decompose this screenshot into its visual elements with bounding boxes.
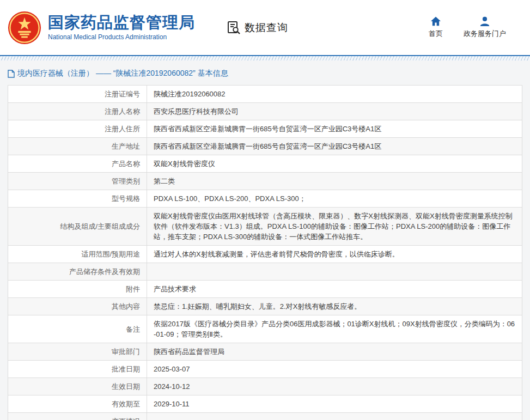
row-value <box>147 413 522 420</box>
document-icon <box>8 70 15 78</box>
content: 境内医疗器械（注册） —— “陕械注准20192060082” 基本信息 注册证… <box>0 60 530 420</box>
table-row: 批准日期2025-03-07 <box>8 361 522 378</box>
row-value: 2025-03-07 <box>147 361 522 378</box>
org-name-en: National Medical Products Administration <box>48 34 195 41</box>
table-row: 备注依据2017版《医疗器械分类目录》产品分类06医用成影器械；01诊断X射线机… <box>8 315 522 343</box>
row-value: 西安乐思医疗科技有限公司 <box>147 103 522 120</box>
table-row: 变更情况 <box>8 413 522 420</box>
logo-group: 国家药品监督管理局 National Medical Products Admi… <box>8 11 195 45</box>
row-label: 适用范围/预期用途 <box>8 246 147 263</box>
table-row: 注册证编号陕械注准20192060082 <box>8 86 522 103</box>
org-name-cn: 国家药品监督管理局 <box>48 14 195 32</box>
page: 国家药品监督管理局 National Medical Products Admi… <box>0 0 530 420</box>
info-table-body: 注册证编号陕械注准20192060082注册人名称西安乐思医疗科技有限公司注册人… <box>8 86 522 420</box>
row-label: 管理类别 <box>8 173 147 190</box>
header: 国家药品监督管理局 National Medical Products Admi… <box>0 0 530 55</box>
breadcrumb: 境内医疗器械（注册） —— “陕械注准20192060082” 基本信息 <box>8 60 522 85</box>
row-value: 2024-10-12 <box>147 378 522 395</box>
row-value: 通过对人体的X射线衰减测量，评估患者前臂尺桡骨的骨密度，以供临床诊断。 <box>147 246 522 263</box>
row-value: 陕西省药品监督管理局 <box>147 343 522 361</box>
row-value: 陕西省西咸新区空港新城腾霄一街685号自贸蓝湾一区产业园C3号楼A1区 <box>147 120 522 138</box>
row-value: 第二类 <box>147 173 522 190</box>
nav-item-label: 首页 <box>429 29 443 39</box>
row-label: 生效日期 <box>8 378 147 395</box>
table-row: 生效日期2024-10-12 <box>8 378 522 395</box>
row-label: 生产地址 <box>8 138 147 155</box>
row-label: 型号规格 <box>8 190 147 208</box>
home-icon <box>430 16 441 26</box>
row-label: 注册人住所 <box>8 120 147 138</box>
table-row: 管理类别第二类 <box>8 173 522 190</box>
nav-item-home[interactable]: 首页 <box>429 16 443 39</box>
row-value: 双能X射线骨密度仪由医用X射线球管（含高压模块、限束器）、数字X射线探测器、双能… <box>147 208 522 246</box>
row-label: 附件 <box>8 281 147 298</box>
row-value: PDXA LS-100、PDXA LS-200、PDXA LS-300； <box>147 190 522 208</box>
row-value <box>147 263 522 281</box>
row-label: 注册人名称 <box>8 103 147 120</box>
table-row: 结构及组成/主要组成成分双能X射线骨密度仪由医用X射线球管（含高压模块、限束器）… <box>8 208 522 246</box>
row-value: 禁忌症：1.妊娠期、哺乳期妇女、儿童。2.对X射线有敏感反应者。 <box>147 298 522 315</box>
row-label: 批准日期 <box>8 361 147 378</box>
national-emblem-icon <box>8 11 41 45</box>
table-row: 型号规格PDXA LS-100、PDXA LS-200、PDXA LS-300； <box>8 190 522 208</box>
nav-item-portal[interactable]: 政务服务门户 <box>464 16 506 39</box>
table-row: 产品名称双能X射线骨密度仪 <box>8 155 522 173</box>
row-value: 产品技术要求 <box>147 281 522 298</box>
table-row: 注册人住所陕西省西咸新区空港新城腾霄一街685号自贸蓝湾一区产业园C3号楼A1区 <box>8 120 522 138</box>
row-label: 有效期至 <box>8 395 147 413</box>
table-row: 生产地址陕西省西咸新区空港新城腾霄一街685号自贸蓝湾一区产业园C3号楼A1区 <box>8 138 522 155</box>
row-label: 注册证编号 <box>8 86 147 103</box>
table-row: 附件产品技术要求 <box>8 281 522 298</box>
row-label: 其他内容 <box>8 298 147 315</box>
org-names: 国家药品监督管理局 National Medical Products Admi… <box>48 14 195 41</box>
row-label: 变更情况 <box>8 413 147 420</box>
header-divider-band <box>0 55 530 60</box>
table-row: 产品储存条件及有效期 <box>8 263 522 281</box>
data-query-label: 数据查询 <box>245 21 288 35</box>
data-query-link[interactable]: 数据查询 <box>227 21 288 35</box>
user-icon <box>479 16 490 26</box>
row-label: 备注 <box>8 315 147 343</box>
header-nav: 首页 政务服务门户 <box>429 16 506 39</box>
row-label: 结构及组成/主要组成成分 <box>8 208 147 246</box>
row-value: 陕西省西咸新区空港新城腾霄一街685号自贸蓝湾一区产业园C3号楼A1区 <box>147 138 522 155</box>
row-value: 陕械注准20192060082 <box>147 86 522 103</box>
table-row: 有效期至2029-10-11 <box>8 395 522 413</box>
row-value: 依据2017版《医疗器械分类目录》产品分类06医用成影器械；01诊断X射线机；0… <box>147 315 522 343</box>
row-label: 产品名称 <box>8 155 147 173</box>
table-row: 适用范围/预期用途通过对人体的X射线衰减测量，评估患者前臂尺桡骨的骨密度，以供临… <box>8 246 522 263</box>
table-row: 其他内容禁忌症：1.妊娠期、哺乳期妇女、儿童。2.对X射线有敏感反应者。 <box>8 298 522 315</box>
row-label: 产品储存条件及有效期 <box>8 263 147 281</box>
table-row: 注册人名称西安乐思医疗科技有限公司 <box>8 103 522 120</box>
nav-item-label: 政务服务门户 <box>464 29 506 39</box>
page-title: 境内医疗器械（注册） —— “陕械注准20192060082” 基本信息 <box>17 69 228 78</box>
info-table: 注册证编号陕械注准20192060082注册人名称西安乐思医疗科技有限公司注册人… <box>8 85 522 420</box>
table-row: 审批部门陕西省药品监督管理局 <box>8 343 522 361</box>
row-value: 双能X射线骨密度仪 <box>147 155 522 173</box>
data-query-icon <box>227 21 241 35</box>
row-label: 审批部门 <box>8 343 147 361</box>
row-value: 2029-10-11 <box>147 395 522 413</box>
